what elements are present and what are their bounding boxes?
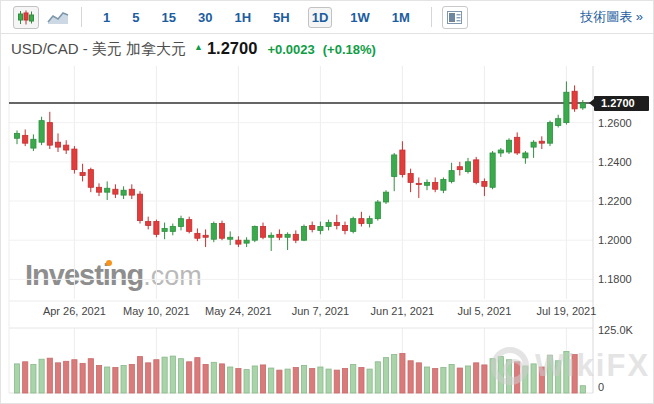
volume-bar <box>351 364 356 393</box>
candle <box>170 226 175 231</box>
price-tag-value: 1.2700 <box>601 97 635 109</box>
candle <box>219 224 224 239</box>
volume-bar <box>441 368 446 393</box>
timeframe-5h[interactable]: 5H <box>269 7 294 28</box>
volume-bar <box>269 368 274 393</box>
volume-bar <box>244 370 249 393</box>
candle <box>351 219 356 232</box>
volume-bar <box>113 368 118 393</box>
volume-bar <box>96 365 101 393</box>
volume-bar <box>31 364 36 393</box>
candle <box>424 182 429 185</box>
candle <box>310 226 315 230</box>
volume-bar <box>424 367 429 393</box>
candle <box>285 234 290 237</box>
candle <box>515 137 520 153</box>
candle <box>523 153 528 158</box>
forex-chart-widget: Investing.com 1.26001.24001.22001.20001.… <box>0 0 654 404</box>
x-axis-label: Apr 26, 2021 <box>43 305 106 317</box>
candle <box>146 222 151 226</box>
volume-min-label: 0 <box>598 381 604 393</box>
candle <box>449 171 454 182</box>
candle <box>23 135 28 143</box>
candle <box>392 155 397 177</box>
volume-bar <box>285 369 290 393</box>
candlestick-icon <box>18 10 34 25</box>
volume-bar <box>580 386 585 393</box>
candle <box>88 170 93 188</box>
x-axis-label: Jun 21, 2021 <box>371 305 435 317</box>
x-axis-label: Jul 19, 2021 <box>536 305 596 317</box>
volume-bar <box>498 357 503 393</box>
candle <box>55 142 60 147</box>
up-arrow-icon: ▲ <box>194 42 203 52</box>
volume-bar <box>137 357 142 393</box>
candle <box>64 145 69 150</box>
candle <box>228 237 233 239</box>
timeframe-30[interactable]: 30 <box>194 7 216 28</box>
volume-bar <box>564 351 569 393</box>
volume-bar <box>47 358 52 393</box>
candle <box>269 235 274 237</box>
volume-bar <box>23 362 28 393</box>
volume-bar <box>146 363 151 393</box>
candle <box>31 139 36 148</box>
volume-bar <box>523 366 528 393</box>
timeframe-5[interactable]: 5 <box>128 7 143 28</box>
candle <box>342 226 347 231</box>
y-axis-label: 1.2400 <box>598 156 632 168</box>
volume-bar <box>449 364 454 393</box>
instrument-header: USD/CAD - 美元 加拿大元 ▲ 1.2700 +0.0023 (+0.1… <box>11 39 376 61</box>
volume-bar <box>367 369 372 393</box>
volume-bar <box>408 361 413 393</box>
volume-bar <box>64 361 69 393</box>
news-panel-button[interactable] <box>442 6 468 29</box>
volume-bar <box>228 367 233 393</box>
price-change: +0.0023 <box>267 42 314 57</box>
volume-bar <box>556 361 561 393</box>
current-price-axis-tag: 1.2700 <box>594 96 649 111</box>
timeframe-1d[interactable]: 1D <box>308 7 333 28</box>
volume-bar <box>433 369 438 393</box>
candle <box>154 222 159 235</box>
volume-bar <box>260 365 265 393</box>
timeframe-15[interactable]: 15 <box>157 7 179 28</box>
candle <box>236 240 241 244</box>
candle <box>80 173 85 176</box>
candle <box>531 142 536 147</box>
volume-bar <box>72 360 77 393</box>
candle <box>326 223 331 227</box>
candle <box>211 224 216 240</box>
candle <box>178 219 183 227</box>
volume-bar <box>375 362 380 393</box>
volume-bar <box>301 365 306 393</box>
chart-toolbar: 1 5 15 30 1H 5H 1D 1W 1M 技術圖表 » <box>1 1 653 34</box>
volume-bar <box>195 358 200 393</box>
volume-bar <box>457 368 462 393</box>
volume-bar <box>293 368 298 393</box>
candle <box>474 160 479 183</box>
technical-chart-link[interactable]: 技術圖表 » <box>580 8 643 26</box>
volume-bar <box>392 355 397 393</box>
candle <box>498 150 503 153</box>
volume-bar <box>334 370 339 393</box>
volume-bar <box>154 360 159 393</box>
candle <box>490 153 495 187</box>
volume-bar <box>539 367 544 393</box>
timeframe-1w[interactable]: 1W <box>346 7 374 28</box>
volume-bar <box>211 362 216 393</box>
volume-bar <box>129 364 134 393</box>
timeframe-1h[interactable]: 1H <box>230 7 255 28</box>
timeframe-1m[interactable]: 1M <box>388 7 414 28</box>
timeframe-1[interactable]: 1 <box>99 7 114 28</box>
candlestick-type-button[interactable] <box>13 6 39 29</box>
line-type-button[interactable] <box>45 6 71 29</box>
candle <box>203 235 208 237</box>
volume-bar <box>465 366 470 393</box>
candlestick-chart-canvas[interactable]: 1.26001.24001.22001.20001.1800Apr 26, 20… <box>1 1 654 404</box>
volume-bar <box>531 364 536 393</box>
candle <box>375 202 380 219</box>
axis-labels: 1.26001.24001.22001.20001.1800Apr 26, 20… <box>43 117 634 393</box>
candle <box>400 150 405 175</box>
candle <box>162 228 167 231</box>
